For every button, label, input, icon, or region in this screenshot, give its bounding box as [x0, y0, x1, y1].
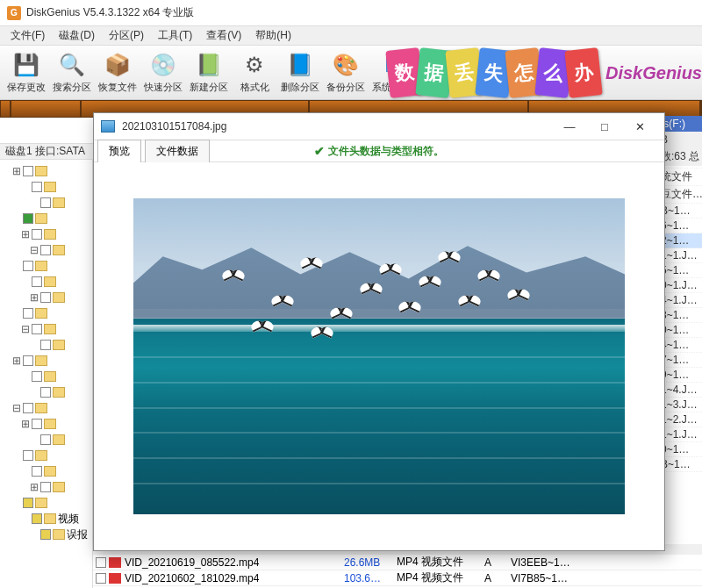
checkbox[interactable] [23, 261, 33, 271]
tool-delete[interactable]: 📘删除分区 [277, 49, 323, 96]
tree-row[interactable] [2, 337, 90, 353]
menu-item-5[interactable]: 帮助(H) [248, 26, 298, 45]
tree-panel[interactable]: ⊞⊞⊟⊞⊟⊞⊟⊞⊞视频误报 [0, 160, 93, 588]
checkbox[interactable] [40, 197, 51, 208]
checkbox[interactable] [40, 482, 51, 492]
quick-icon: 💿 [149, 51, 177, 79]
tree-row[interactable]: 视频 [2, 511, 90, 527]
folder-icon [44, 466, 56, 477]
tree-row[interactable] [2, 369, 90, 384]
tree-row[interactable]: ⊞ [2, 226, 90, 242]
checkbox[interactable] [96, 557, 106, 568]
tool-save[interactable]: 💾保存更改 [4, 49, 49, 96]
folder-icon [35, 403, 47, 413]
image-icon [101, 120, 115, 133]
tree-row[interactable]: ⊟ [2, 400, 90, 416]
checkbox[interactable] [32, 466, 42, 477]
checkbox[interactable] [40, 292, 51, 303]
tree-row[interactable] [2, 195, 90, 211]
menu-bar: 文件(F)磁盘(D)分区(P)工具(T)查看(V)帮助(H) [0, 26, 702, 46]
tree-row[interactable]: ⊞ [2, 353, 90, 369]
expand-icon[interactable]: ⊞ [12, 355, 21, 367]
checkbox[interactable] [23, 308, 33, 319]
expand-icon[interactable]: ⊟ [21, 323, 30, 335]
tree-row[interactable] [2, 211, 90, 226]
expand-icon[interactable]: ⊞ [12, 165, 21, 177]
menu-item-2[interactable]: 分区(P) [102, 26, 151, 45]
checkbox[interactable] [40, 340, 51, 350]
checkbox[interactable] [40, 434, 51, 445]
video-icon [109, 557, 121, 568]
checkbox[interactable] [96, 573, 106, 584]
minimize-button[interactable]: ― [552, 114, 587, 139]
delete-icon: 📘 [286, 51, 314, 79]
tab-filedata[interactable]: 文件数据 [145, 140, 210, 162]
tree-row[interactable] [2, 274, 90, 290]
menu-item-3[interactable]: 工具(T) [151, 26, 199, 45]
expand-icon[interactable]: ⊟ [30, 244, 39, 256]
new-icon: 📗 [195, 51, 223, 79]
expand-icon[interactable]: ⊞ [21, 228, 30, 240]
tree-row[interactable] [2, 495, 90, 511]
file-row[interactable]: VID_20210602_181029.mp4103.6…MP4 视频文件AVI… [93, 570, 702, 586]
expand-icon[interactable]: ⊞ [30, 291, 39, 304]
preview-image [133, 198, 625, 514]
expand-icon[interactable]: ⊟ [12, 402, 21, 414]
tool-recover[interactable]: 📦恢复文件 [95, 49, 140, 96]
preview-tabs: 预览 文件数据 文件头数据与类型相符。 [94, 140, 664, 162]
checkbox[interactable] [32, 229, 42, 240]
maximize-button[interactable]: □ [587, 114, 622, 139]
tree-row[interactable]: ⊟ [2, 242, 90, 258]
close-button[interactable]: ✕ [622, 114, 657, 139]
menu-item-0[interactable]: 文件(F) [4, 26, 52, 45]
tree-row[interactable]: ⊞ [2, 290, 90, 305]
tool-format[interactable]: ⚙格式化 [232, 49, 277, 96]
checkbox[interactable] [40, 245, 51, 255]
expand-icon[interactable]: ⊞ [21, 418, 30, 430]
menu-item-1[interactable]: 磁盘(D) [52, 26, 102, 45]
tree-row[interactable]: ⊟ [2, 321, 90, 337]
folder-icon [53, 245, 65, 255]
folder-icon [35, 498, 47, 508]
checkbox[interactable] [32, 419, 42, 429]
checkbox[interactable] [32, 324, 42, 334]
tree-row[interactable]: ⊞ [2, 163, 90, 179]
tool-search[interactable]: 🔍搜索分区 [49, 49, 95, 96]
tool-quick[interactable]: 💿快速分区 [140, 49, 186, 96]
tree-row[interactable]: ⊞ [2, 416, 90, 432]
checkbox[interactable] [23, 498, 33, 508]
tree-row[interactable] [2, 463, 90, 479]
tree-row[interactable]: 误报 [2, 527, 90, 542]
folder-icon [35, 261, 47, 271]
checkbox[interactable] [32, 182, 42, 192]
expand-icon[interactable]: ⊞ [30, 481, 39, 493]
tree-row[interactable] [2, 384, 90, 400]
tree-row[interactable] [2, 448, 90, 463]
checkbox[interactable] [32, 371, 42, 382]
tree-row[interactable] [2, 258, 90, 274]
checkbox[interactable] [40, 529, 51, 540]
checkbox[interactable] [23, 213, 33, 224]
checkbox[interactable] [23, 450, 33, 461]
promo-banner: 数据丢失怎么办 DiskGenius [390, 46, 702, 100]
disk-status: 磁盘1 接口:SATA [5, 144, 85, 159]
folder-icon [53, 197, 65, 208]
folder-icon [35, 450, 47, 461]
tree-row[interactable] [2, 305, 90, 321]
folder-icon [35, 213, 47, 224]
tree-row[interactable] [2, 432, 90, 448]
checkbox[interactable] [32, 513, 42, 524]
preview-status-message: 文件头数据与类型相符。 [314, 144, 444, 159]
checkbox[interactable] [23, 166, 33, 176]
file-row[interactable]: VID_20210619_085522.mp426.6MBMP4 视频文件AVI… [93, 555, 702, 570]
tool-new[interactable]: 📗新建分区 [186, 49, 232, 96]
checkbox[interactable] [40, 387, 51, 398]
checkbox[interactable] [23, 403, 33, 413]
tool-backup[interactable]: 🎨备份分区 [323, 49, 369, 96]
checkbox[interactable] [23, 355, 33, 366]
tree-row[interactable]: ⊞ [2, 479, 90, 495]
tab-preview[interactable]: 预览 [97, 140, 141, 162]
menu-item-4[interactable]: 查看(V) [199, 26, 248, 45]
checkbox[interactable] [32, 276, 42, 287]
tree-row[interactable] [2, 179, 90, 195]
